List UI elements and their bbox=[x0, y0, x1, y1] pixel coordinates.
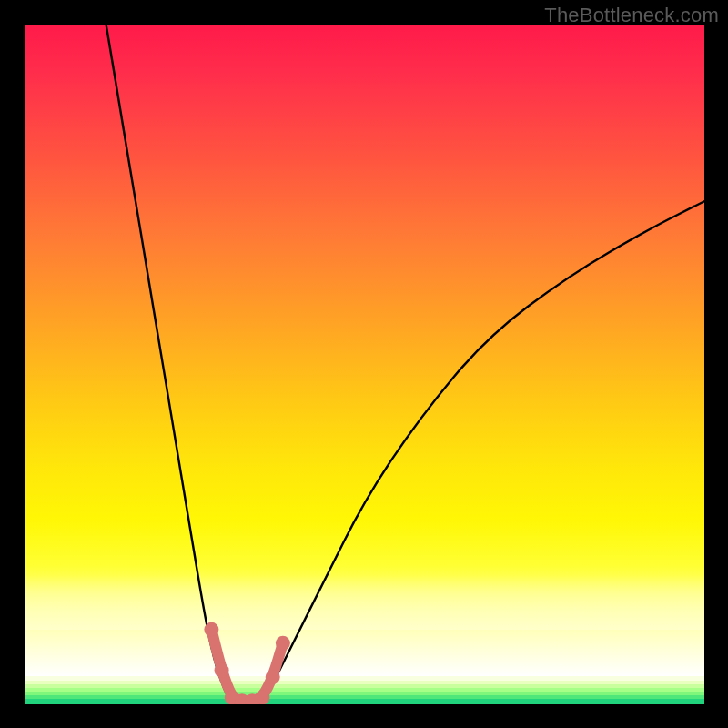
highlight-dot bbox=[255, 691, 269, 705]
plot-area bbox=[25, 25, 704, 704]
highlight-dot bbox=[266, 670, 280, 684]
curve-right-branch bbox=[262, 201, 704, 704]
watermark-text: TheBottleneck.com bbox=[544, 4, 719, 27]
highlight-dot bbox=[204, 622, 218, 637]
chart-frame: TheBottleneck.com bbox=[0, 0, 728, 728]
highlight-dot bbox=[276, 636, 290, 651]
curve-layer bbox=[25, 25, 704, 704]
highlight-dot bbox=[215, 663, 229, 678]
curve-left-branch bbox=[106, 25, 232, 704]
